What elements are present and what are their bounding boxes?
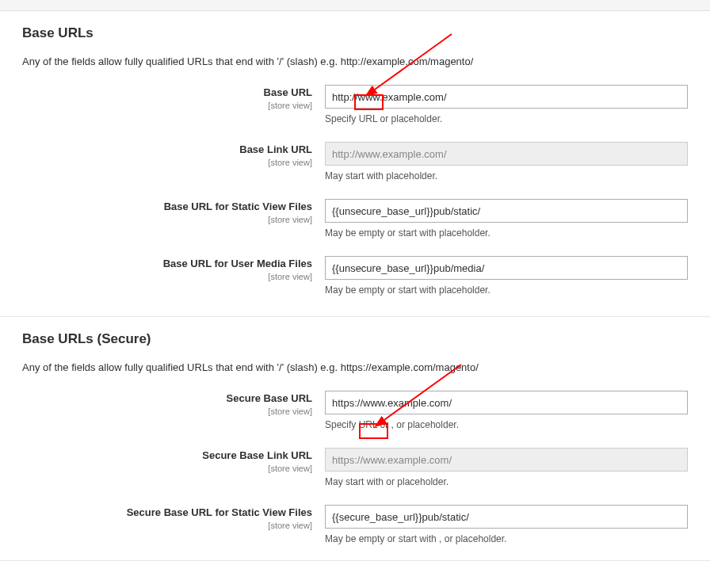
base-link-url-label: Base Link URL bbox=[22, 143, 312, 157]
secure-base-link-url-scope: [store view] bbox=[22, 464, 312, 473]
input-col: May be empty or start with placeholder. bbox=[325, 256, 688, 296]
secure-base-link-url-input bbox=[325, 448, 688, 472]
label-col: Base URL for User Media Files [store vie… bbox=[22, 256, 325, 281]
base-static-url-hint: May be empty or start with placeholder. bbox=[325, 227, 688, 239]
input-col: Specify URL or , or placeholder. bbox=[325, 391, 688, 430]
section-title-base-urls: Base URLs bbox=[22, 25, 688, 41]
base-static-url-input[interactable] bbox=[325, 199, 688, 223]
base-media-url-input[interactable] bbox=[325, 256, 688, 280]
label-col: Secure Base Link URL [store view] bbox=[22, 448, 325, 473]
section-desc-secure: Any of the fields allow fully qualified … bbox=[22, 361, 688, 373]
field-row-secure-base-static-url: Secure Base URL for Static View Files [s… bbox=[22, 505, 688, 544]
base-link-url-scope: [store view] bbox=[22, 158, 312, 167]
field-row-base-media-url: Base URL for User Media Files [store vie… bbox=[22, 256, 688, 296]
secure-base-static-url-hint: May be empty or start with , or placehol… bbox=[325, 533, 688, 544]
secure-base-static-url-label: Secure Base URL for Static View Files bbox=[22, 506, 312, 520]
field-row-base-static-url: Base URL for Static View Files [store vi… bbox=[22, 199, 688, 239]
label-col: Base Link URL [store view] bbox=[22, 142, 325, 167]
input-col: May start with or placeholder. bbox=[325, 448, 688, 487]
secure-base-url-label: Secure Base URL bbox=[22, 392, 312, 406]
section-base-urls: Base URLs Any of the fields allow fully … bbox=[0, 11, 710, 317]
label-col: Base URL [store view] bbox=[22, 85, 325, 110]
field-row-base-link-url: Base Link URL [store view] May start wit… bbox=[22, 142, 688, 181]
secure-base-url-scope: [store view] bbox=[22, 407, 312, 416]
base-link-url-input bbox=[325, 142, 688, 166]
secure-base-url-hint: Specify URL or , or placeholder. bbox=[325, 419, 688, 430]
input-col: May be empty or start with placeholder. bbox=[325, 199, 688, 239]
field-row-secure-base-link-url: Secure Base Link URL [store view] May st… bbox=[22, 448, 688, 487]
section-title-secure: Base URLs (Secure) bbox=[22, 331, 688, 347]
base-url-label: Base URL bbox=[22, 86, 312, 100]
label-col: Secure Base URL for Static View Files [s… bbox=[22, 505, 325, 530]
field-row-secure-base-url: Secure Base URL [store view] Specify URL… bbox=[22, 391, 688, 430]
input-col: May be empty or start with , or placehol… bbox=[325, 505, 688, 544]
label-col: Secure Base URL [store view] bbox=[22, 391, 325, 416]
secure-base-link-url-label: Secure Base Link URL bbox=[22, 449, 312, 463]
secure-base-link-url-hint: May start with or placeholder. bbox=[325, 476, 688, 487]
secure-base-static-url-scope: [store view] bbox=[22, 521, 312, 530]
label-col: Base URL for Static View Files [store vi… bbox=[22, 199, 325, 224]
input-col: Specify URL or placeholder. bbox=[325, 85, 688, 124]
field-row-base-url: Base URL [store view] Specify URL or pla… bbox=[22, 85, 688, 124]
secure-base-url-input[interactable] bbox=[325, 391, 688, 414]
base-url-scope: [store view] bbox=[22, 101, 312, 110]
top-bar bbox=[0, 0, 710, 11]
section-base-urls-secure: Base URLs (Secure) Any of the fields all… bbox=[0, 317, 710, 561]
section-desc-base-urls: Any of the fields allow fully qualified … bbox=[22, 55, 688, 67]
secure-base-static-url-input[interactable] bbox=[325, 505, 688, 529]
base-media-url-label: Base URL for User Media Files bbox=[22, 258, 312, 271]
base-link-url-hint: May start with placeholder. bbox=[325, 170, 688, 181]
input-col: May start with placeholder. bbox=[325, 142, 688, 181]
base-media-url-hint: May be empty or start with placeholder. bbox=[325, 284, 688, 296]
base-url-input[interactable] bbox=[325, 85, 688, 109]
base-url-hint: Specify URL or placeholder. bbox=[325, 113, 688, 124]
base-static-url-label: Base URL for Static View Files bbox=[22, 200, 312, 214]
base-static-url-scope: [store view] bbox=[22, 215, 312, 224]
base-media-url-scope: [store view] bbox=[22, 272, 312, 281]
